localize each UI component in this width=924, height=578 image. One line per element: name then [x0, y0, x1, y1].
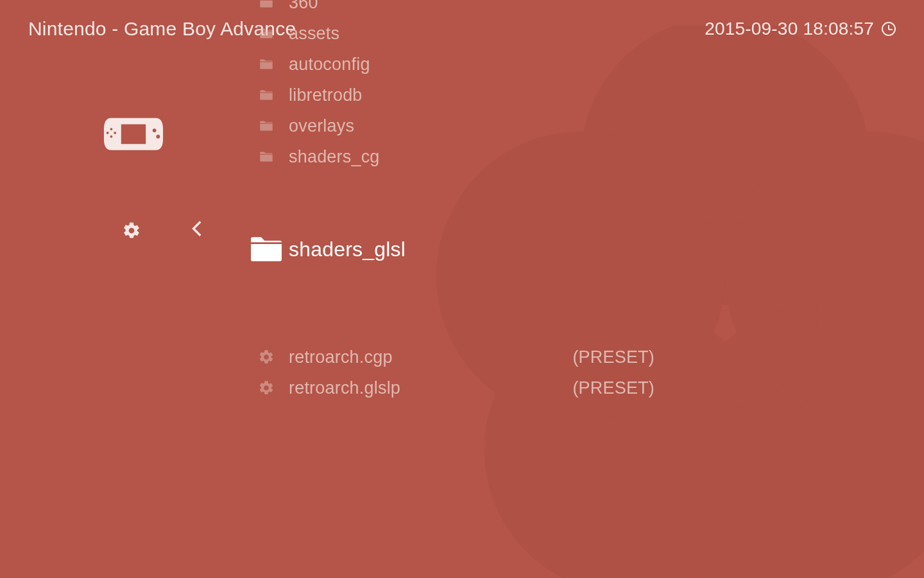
file-row-tag: (PRESET): [572, 347, 654, 367]
file-row-360[interactable]: 360: [244, 0, 886, 18]
console-gba-icon: [103, 116, 164, 154]
folder-icon: [244, 87, 289, 103]
file-row-retroarch-cgp[interactable]: retroarch.cgp(PRESET): [244, 342, 886, 372]
gear-icon: [244, 380, 289, 396]
file-row-assets[interactable]: assets: [244, 18, 886, 49]
svg-rect-6: [696, 450, 754, 578]
file-row-shaders-cg[interactable]: shaders_cg: [244, 141, 886, 172]
svg-point-12: [114, 132, 116, 134]
svg-point-11: [107, 132, 109, 134]
file-row-label: shaders_cg: [289, 147, 380, 167]
file-row-shaders-glsl[interactable]: shaders_glsl: [244, 172, 886, 326]
gear-icon: [244, 349, 289, 365]
folder-icon: [244, 56, 289, 73]
file-row-autoconfig[interactable]: autoconfig: [244, 49, 886, 80]
back-icon[interactable]: [185, 217, 208, 240]
file-row-label: 360: [289, 0, 318, 13]
file-row-tag: (PRESET): [572, 378, 654, 398]
file-row-label: overlays: [289, 116, 354, 136]
file-list: 360assetsautoconfiglibretrodboverlayssha…: [244, 0, 886, 403]
svg-point-9: [110, 128, 113, 130]
file-row-label: shaders_glsl: [289, 238, 406, 261]
file-row-label: retroarch.cgp: [289, 347, 393, 367]
folder-icon: [244, 25, 289, 42]
file-row-retroarch-glslp[interactable]: retroarch.glslp(PRESET): [244, 372, 886, 403]
folder-icon: [244, 229, 289, 270]
file-row-label: libretrodb: [289, 85, 363, 105]
settings-icon[interactable]: [122, 221, 141, 240]
svg-point-10: [110, 136, 113, 138]
spacer: [244, 326, 886, 342]
file-row-label: retroarch.glslp: [289, 378, 400, 398]
file-row-overlays[interactable]: overlays: [244, 110, 886, 141]
file-row-libretrodb[interactable]: libretrodb: [244, 80, 886, 110]
file-row-label: assets: [289, 24, 339, 44]
folder-icon: [244, 148, 289, 165]
svg-point-7: [153, 128, 157, 132]
folder-icon: [244, 118, 289, 134]
svg-point-8: [157, 135, 160, 139]
file-row-label: autoconfig: [289, 55, 370, 74]
folder-icon: [244, 0, 289, 11]
